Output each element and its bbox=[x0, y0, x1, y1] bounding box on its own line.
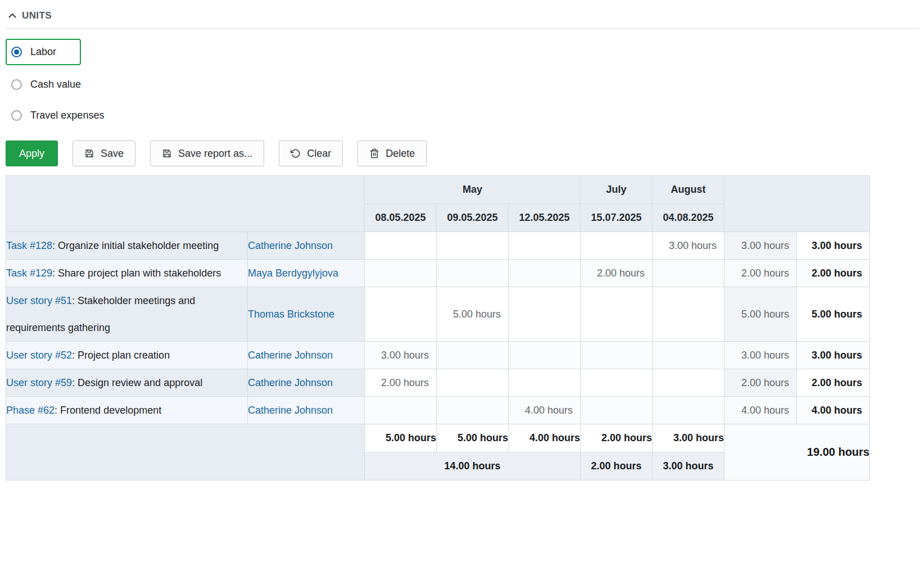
hours-cell bbox=[437, 397, 509, 424]
assignee-cell: Maya Berdygylyjova bbox=[248, 260, 365, 287]
assignee-link[interactable]: Catherine Johnson bbox=[248, 240, 333, 251]
hours-cell bbox=[509, 369, 581, 397]
hours-cell bbox=[509, 232, 581, 260]
work-package-link[interactable]: User story #51 bbox=[6, 295, 72, 306]
apply-button[interactable]: Apply bbox=[6, 141, 58, 166]
hours-cell bbox=[581, 397, 653, 424]
task-title: : Share project plan with stakeholders bbox=[52, 268, 221, 279]
row-grand-total-cell: 4.00 hours bbox=[797, 397, 870, 424]
hours-cell: 2.00 hours bbox=[365, 369, 437, 397]
date-total-cell: 4.00 hours bbox=[509, 424, 581, 452]
hours-cell: 4.00 hours bbox=[509, 397, 581, 424]
hours-cell bbox=[653, 397, 724, 424]
work-package-link[interactable]: Task #129 bbox=[6, 268, 52, 279]
table-row: User story #59: Design review and approv… bbox=[6, 369, 870, 397]
radio-option-cash-value[interactable]: Cash value bbox=[11, 79, 81, 90]
radio-option-travel-expenses[interactable]: Travel expenses bbox=[11, 110, 104, 121]
collapse-chevron-icon[interactable] bbox=[8, 11, 17, 20]
month-header-row: May July August bbox=[6, 176, 870, 204]
date-header: 09.05.2025 bbox=[437, 204, 509, 232]
assignee-cell: Catherine Johnson bbox=[248, 232, 365, 260]
save-icon bbox=[162, 148, 172, 158]
hours-cell bbox=[581, 369, 653, 397]
row-grand-total-cell: 2.00 hours bbox=[797, 369, 870, 397]
units-radio-group: Labor Cash value Travel expenses bbox=[6, 39, 918, 121]
task-cell: User story #59: Design review and approv… bbox=[6, 369, 248, 397]
assignee-link[interactable]: Catherine Johnson bbox=[248, 405, 333, 416]
work-package-link[interactable]: Task #128 bbox=[6, 240, 52, 251]
table-row: Task #129: Share project plan with stake… bbox=[6, 260, 870, 287]
hours-cell bbox=[581, 287, 653, 342]
work-package-link[interactable]: User story #52 bbox=[6, 350, 72, 361]
grand-total-cell: 19.00 hours bbox=[724, 424, 870, 481]
hours-cell bbox=[437, 260, 509, 287]
clear-button-label: Clear bbox=[307, 148, 331, 160]
hours-cell bbox=[581, 232, 653, 260]
hours-cell bbox=[581, 342, 653, 369]
work-package-link[interactable]: Phase #62 bbox=[6, 405, 55, 416]
assignee-link[interactable]: Catherine Johnson bbox=[248, 377, 333, 388]
row-total-cell: 3.00 hours bbox=[724, 342, 797, 369]
table-row: User story #52: Project plan creation Ca… bbox=[6, 342, 870, 369]
row-total-cell: 2.00 hours bbox=[724, 260, 797, 287]
hours-cell bbox=[653, 287, 724, 342]
date-total-cell: 5.00 hours bbox=[365, 424, 437, 452]
hours-cell bbox=[365, 232, 437, 260]
save-button-label: Save bbox=[101, 148, 124, 160]
hours-cell bbox=[365, 260, 437, 287]
radio-unselected-icon[interactable] bbox=[11, 79, 22, 90]
save-icon bbox=[84, 148, 94, 158]
assignee-cell: Catherine Johnson bbox=[248, 369, 365, 397]
date-totals-row: 5.00 hours 5.00 hours 4.00 hours 2.00 ho… bbox=[6, 424, 870, 452]
hours-cell bbox=[365, 287, 437, 342]
work-package-link[interactable]: User story #59 bbox=[6, 377, 72, 388]
save-report-as-button[interactable]: Save report as... bbox=[150, 141, 264, 166]
task-cell: Task #128: Organize initial stakeholder … bbox=[6, 232, 248, 260]
month-header-august: August bbox=[653, 176, 724, 204]
radio-option-labor[interactable]: Labor bbox=[6, 39, 81, 65]
date-header: 12.05.2025 bbox=[509, 204, 581, 232]
row-total-cell: 5.00 hours bbox=[724, 287, 797, 342]
units-section-title: UNITS bbox=[22, 10, 52, 21]
table-row: User story #51: Stakeholder meetings and… bbox=[6, 287, 870, 342]
month-total-cell-july: 2.00 hours bbox=[581, 452, 653, 481]
assignee-cell: Catherine Johnson bbox=[248, 342, 365, 369]
row-total-cell: 2.00 hours bbox=[724, 369, 797, 397]
task-title: : Project plan creation bbox=[72, 350, 170, 361]
task-cell: Phase #62: Frontend development bbox=[6, 397, 248, 424]
save-button[interactable]: Save bbox=[73, 141, 135, 166]
hours-cell bbox=[437, 342, 509, 369]
hours-cell: 5.00 hours bbox=[437, 287, 509, 342]
hours-cell bbox=[509, 287, 581, 342]
hours-cell bbox=[653, 342, 724, 369]
month-total-cell-august: 3.00 hours bbox=[653, 452, 724, 481]
report-toolbar: Apply Save Save report as... bbox=[6, 141, 918, 166]
units-section-header[interactable]: UNITS bbox=[6, 4, 918, 29]
delete-button[interactable]: Delete bbox=[357, 141, 427, 166]
clear-button[interactable]: Clear bbox=[279, 141, 343, 166]
table-corner-right bbox=[724, 176, 870, 232]
date-total-cell: 3.00 hours bbox=[653, 424, 724, 452]
assignee-link[interactable]: Maya Berdygylyjova bbox=[248, 268, 338, 279]
month-header-july: July bbox=[581, 176, 653, 204]
table-corner bbox=[6, 176, 365, 232]
table-row: Phase #62: Frontend development Catherin… bbox=[6, 397, 870, 424]
assignee-link[interactable]: Thomas Brickstone bbox=[248, 309, 334, 320]
assignee-cell: Thomas Brickstone bbox=[248, 287, 365, 342]
footer-corner bbox=[6, 424, 365, 481]
task-title: : Frontend development bbox=[55, 405, 161, 416]
hours-cell bbox=[509, 260, 581, 287]
radio-unselected-icon[interactable] bbox=[11, 110, 22, 121]
hours-cell: 3.00 hours bbox=[365, 342, 437, 369]
task-cell: User story #52: Project plan creation bbox=[6, 342, 248, 369]
row-grand-total-cell: 5.00 hours bbox=[797, 287, 870, 342]
assignee-cell: Catherine Johnson bbox=[248, 397, 365, 424]
radio-label-labor: Labor bbox=[30, 46, 56, 58]
task-cell: User story #51: Stakeholder meetings and… bbox=[6, 287, 248, 342]
assignee-link[interactable]: Catherine Johnson bbox=[248, 350, 333, 361]
cost-report-table: May July August 08.05.2025 09.05.2025 12… bbox=[6, 175, 870, 481]
trash-icon bbox=[369, 148, 379, 158]
table-row: Task #128: Organize initial stakeholder … bbox=[6, 232, 870, 260]
cost-report-page: UNITS Labor Cash value Travel expenses A… bbox=[0, 0, 924, 494]
radio-selected-icon[interactable] bbox=[11, 47, 22, 57]
